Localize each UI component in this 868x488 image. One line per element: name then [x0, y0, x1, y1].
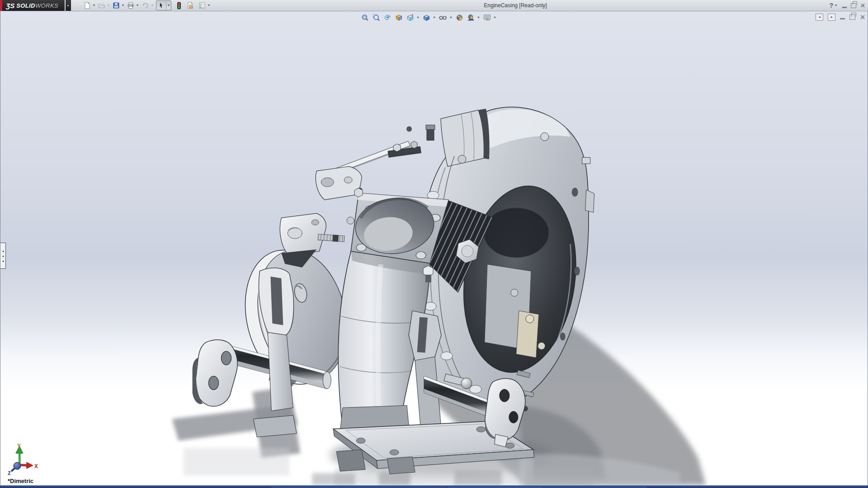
print-dropdown-caret[interactable]: ▾	[136, 4, 140, 7]
view-orientation-caret[interactable]: ▾	[416, 16, 420, 19]
display-style-button[interactable]	[421, 13, 431, 23]
select-split-button: ▾	[156, 0, 171, 10]
select-button[interactable]	[156, 1, 166, 10]
select-cursor-icon	[158, 2, 165, 9]
triad-z-label: Z	[8, 470, 11, 476]
triad-x-label: X	[34, 463, 38, 469]
solidworks-window: ƷS SOLIDWORKS ▸ ▾ ▾	[0, 0, 868, 488]
doc-minimize-button[interactable]	[840, 18, 845, 19]
logo-red-stripe	[0, 0, 2, 11]
hide-show-items-button[interactable]	[438, 13, 448, 23]
view-orientation-button[interactable]	[405, 13, 415, 23]
view-settings-icon	[483, 14, 491, 22]
triad-y-label: Y	[17, 443, 21, 449]
solidworks-logo-glyph: ƷS	[6, 2, 14, 9]
save-icon	[113, 2, 120, 9]
zoom-to-area-button[interactable]	[371, 13, 381, 23]
minimize-button[interactable]	[842, 7, 847, 8]
apply-scene-caret[interactable]: ▾	[477, 16, 481, 19]
restore-button[interactable]	[851, 3, 856, 8]
new-button[interactable]	[83, 1, 92, 10]
menu-flyout-arrow[interactable]: ▸	[66, 0, 71, 11]
zoom-to-area-icon	[372, 14, 380, 22]
view-settings-button[interactable]	[482, 13, 492, 23]
open-icon	[98, 2, 105, 9]
heads-up-view-toolbar: ▾ ▾ ▾	[360, 13, 497, 23]
display-style-icon	[422, 14, 430, 22]
view-settings-caret[interactable]: ▾	[494, 16, 497, 19]
close-button[interactable]: ✕	[860, 3, 865, 9]
file-properties-button[interactable]	[186, 1, 195, 10]
undo-button[interactable]	[141, 1, 150, 10]
options-dropdown-caret[interactable]: ▾	[208, 4, 211, 7]
collapse-arrow-icon: ◂	[2, 254, 4, 258]
collapse-arrow-icon: ◂	[2, 259, 4, 263]
engine-casing-model: Y X Z	[0, 11, 868, 485]
undo-icon	[142, 2, 149, 9]
hide-show-items-caret[interactable]: ▾	[449, 16, 453, 19]
document-window-controls: ◂ ▸ ✕	[816, 14, 865, 21]
logo-text-works: WORKS	[35, 2, 58, 9]
previous-view-icon	[383, 14, 392, 22]
open-button[interactable]	[97, 1, 106, 10]
edit-appearance-icon	[456, 14, 464, 22]
doc-close-button[interactable]: ✕	[860, 14, 865, 20]
orientation-triad: Y X Z	[8, 443, 38, 476]
section-view-button[interactable]	[394, 13, 404, 23]
help-button[interactable]: ?	[830, 2, 834, 9]
zoom-to-fit-button[interactable]	[360, 13, 370, 23]
graphics-viewport[interactable]: Y X Z	[0, 11, 868, 486]
new-dropdown-caret[interactable]: ▾	[93, 4, 96, 7]
document-title: EngineCasing [Read-only]	[484, 0, 547, 11]
rebuild-traffic-light-icon	[176, 2, 182, 9]
zoom-to-fit-icon	[361, 14, 369, 22]
undo-dropdown-caret[interactable]: ▾	[151, 4, 155, 7]
options-icon	[198, 2, 206, 9]
rebuild-button[interactable]	[175, 1, 183, 10]
logo-text-solid: SOLID	[16, 2, 35, 9]
apply-scene-icon	[467, 14, 475, 22]
collapse-arrow-icon: ◂	[2, 249, 4, 253]
view-orientation-icon	[406, 14, 414, 22]
solidworks-logo: ƷS SOLIDWORKS	[0, 0, 65, 11]
pane-right-button[interactable]: ▸	[828, 14, 835, 21]
open-dropdown-caret[interactable]: ▾	[107, 4, 111, 7]
apply-scene-button[interactable]	[466, 13, 476, 23]
save-dropdown-caret[interactable]: ▾	[122, 4, 125, 7]
select-dropdown-caret: ▾	[168, 4, 170, 7]
print-icon	[127, 2, 134, 9]
print-button[interactable]	[126, 1, 135, 10]
select-dropdown[interactable]: ▾	[166, 1, 171, 10]
main-toolbar: ▾ ▾ ▾	[83, 0, 211, 10]
previous-view-button[interactable]	[382, 13, 392, 23]
new-icon	[84, 2, 91, 9]
feature-manager-collapsed-tab[interactable]: ◂ ◂ ◂	[0, 243, 6, 269]
file-properties-icon	[187, 2, 194, 9]
doc-restore-button[interactable]	[849, 14, 855, 20]
hide-show-items-icon	[439, 14, 447, 22]
display-style-caret[interactable]: ▾	[433, 16, 436, 19]
view-orientation-label: *Dimetric	[8, 478, 33, 484]
options-button[interactable]	[198, 1, 207, 10]
section-view-icon	[395, 14, 403, 22]
title-bar: ƷS SOLIDWORKS ▸ ▾ ▾	[0, 0, 868, 11]
taskbar-edge[interactable]	[0, 486, 868, 488]
help-dropdown-caret[interactable]: ▾	[835, 4, 838, 7]
window-controls: ? ▾ ✕	[830, 0, 865, 11]
edit-appearance-button[interactable]	[455, 13, 465, 23]
pane-left-button[interactable]: ◂	[816, 14, 823, 21]
save-button[interactable]	[112, 1, 121, 10]
